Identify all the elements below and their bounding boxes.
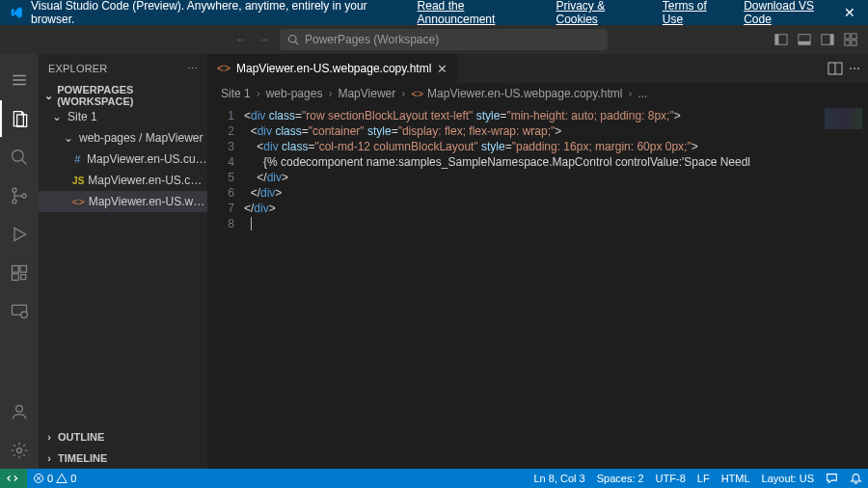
editor-body[interactable]: 12345678 <div class="row sectionBlockLay… bbox=[207, 104, 868, 469]
status-bar: 0 0 Ln 8, Col 3 Spaces: 2 UTF-8 LF HTML … bbox=[0, 469, 868, 488]
banner-link-download[interactable]: Download VS Code bbox=[744, 0, 841, 26]
timeline-label: TIMELINE bbox=[58, 452, 107, 464]
vscode-logo-icon bbox=[10, 6, 23, 19]
line-number-gutter: 12345678 bbox=[207, 104, 244, 469]
layout-primary-sidebar-icon[interactable] bbox=[772, 30, 791, 49]
encoding-status[interactable]: UTF-8 bbox=[650, 469, 692, 488]
warning-icon bbox=[56, 473, 68, 484]
tree-label: Site 1 bbox=[68, 110, 97, 123]
search-activity-icon[interactable] bbox=[0, 139, 39, 176]
sidebar-title-text: EXPLORER bbox=[48, 63, 108, 74]
svg-point-14 bbox=[13, 188, 16, 192]
sidebar-more-icon[interactable]: ⋯ bbox=[187, 63, 198, 75]
tree-folder-mapviewer[interactable]: ⌄ web-pages / MapViewer bbox=[39, 127, 207, 149]
error-count: 0 bbox=[47, 473, 53, 484]
accounts-icon[interactable] bbox=[0, 393, 39, 430]
svg-rect-19 bbox=[13, 274, 19, 281]
tree-file-webpage[interactable]: <> MapViewer.en-US.webpag... bbox=[39, 191, 207, 212]
run-debug-icon[interactable] bbox=[0, 216, 39, 253]
minimap[interactable] bbox=[822, 104, 868, 469]
extensions-icon[interactable] bbox=[0, 255, 39, 291]
layout-panel-icon[interactable] bbox=[795, 30, 814, 49]
banner-link-terms[interactable]: Terms of Use bbox=[663, 0, 728, 26]
breadcrumb-item[interactable]: ... bbox=[637, 87, 647, 100]
svg-point-22 bbox=[21, 312, 28, 318]
editor-tabs: <> MapViewer.en-US.webpage.copy.html ✕ ⋯ bbox=[207, 54, 868, 83]
command-center-search[interactable]: PowerPages (Workspace) bbox=[280, 29, 608, 50]
error-icon bbox=[33, 473, 44, 484]
search-icon bbox=[287, 34, 299, 45]
svg-rect-8 bbox=[845, 34, 850, 39]
close-tab-icon[interactable]: ✕ bbox=[437, 62, 448, 76]
svg-line-13 bbox=[22, 160, 27, 165]
js-file-icon: JS bbox=[72, 176, 84, 186]
svg-rect-20 bbox=[21, 275, 26, 280]
command-center-placeholder: PowerPages (Workspace) bbox=[305, 33, 439, 46]
notifications-bell-icon[interactable] bbox=[844, 469, 868, 488]
timeline-section-header[interactable]: › TIMELINE bbox=[39, 447, 207, 469]
indentation-status[interactable]: Spaces: 2 bbox=[591, 469, 650, 488]
language-mode[interactable]: HTML bbox=[716, 469, 756, 488]
layout-secondary-sidebar-icon[interactable] bbox=[818, 30, 837, 49]
outline-section-header[interactable]: › OUTLINE bbox=[39, 426, 207, 447]
breadcrumb-item[interactable]: MapViewer bbox=[338, 87, 395, 100]
layout-customize-icon[interactable] bbox=[841, 30, 860, 49]
svg-rect-10 bbox=[845, 41, 850, 45]
nav-forward-icon[interactable]: → bbox=[255, 30, 274, 49]
code-content[interactable]: <div class="row sectionBlockLayout text-… bbox=[244, 104, 822, 469]
svg-point-12 bbox=[13, 150, 24, 162]
svg-rect-17 bbox=[13, 266, 19, 273]
chevron-down-icon: ⌄ bbox=[62, 131, 75, 145]
editor-more-icon[interactable]: ⋯ bbox=[849, 62, 860, 75]
warning-count: 0 bbox=[70, 473, 76, 484]
tree-file-customjs[interactable]: JS MapViewer.en-US.customj... bbox=[39, 170, 207, 191]
chevron-right-icon: › bbox=[626, 87, 634, 100]
problems-status[interactable]: 0 0 bbox=[27, 469, 82, 488]
svg-rect-3 bbox=[775, 35, 779, 45]
breadcrumb-item[interactable]: web-pages bbox=[266, 87, 323, 100]
svg-point-16 bbox=[22, 194, 26, 198]
close-icon[interactable]: ✕ bbox=[842, 4, 858, 21]
settings-gear-icon[interactable] bbox=[0, 432, 39, 469]
svg-point-24 bbox=[17, 448, 22, 453]
tree-label: web-pages / MapViewer bbox=[79, 131, 203, 145]
breadcrumb-item[interactable]: Site 1 bbox=[221, 87, 251, 100]
chevron-right-icon: › bbox=[326, 87, 334, 100]
explorer-icon[interactable] bbox=[0, 100, 39, 137]
tree-label: MapViewer.en-US.webpag... bbox=[89, 195, 207, 208]
chevron-down-icon: ⌄ bbox=[50, 110, 64, 123]
menu-icon[interactable] bbox=[0, 62, 39, 98]
chevron-down-icon: ⌄ bbox=[42, 90, 55, 102]
chevron-right-icon: › bbox=[42, 452, 56, 464]
feedback-icon[interactable] bbox=[820, 469, 844, 488]
remote-indicator-icon[interactable] bbox=[0, 469, 27, 488]
breadcrumb[interactable]: Site 1 › web-pages › MapViewer › <> MapV… bbox=[207, 83, 868, 104]
banner-link-announcement[interactable]: Read the Announcement bbox=[418, 0, 541, 26]
svg-point-0 bbox=[289, 36, 297, 43]
keyboard-layout[interactable]: Layout: US bbox=[756, 469, 820, 488]
html-file-icon: <> bbox=[217, 62, 231, 75]
svg-rect-11 bbox=[852, 41, 856, 45]
banner-text: Visual Studio Code (Preview). Anywhere, … bbox=[31, 0, 402, 26]
tab-label: MapViewer.en-US.webpage.copy.html bbox=[236, 62, 431, 75]
cursor-position[interactable]: Ln 8, Col 3 bbox=[528, 469, 590, 488]
workspace-section-label: POWERPAGES (WORKSPACE) bbox=[57, 84, 203, 107]
workspace-section-header[interactable]: ⌄ POWERPAGES (WORKSPACE) bbox=[39, 85, 207, 106]
split-editor-icon[interactable] bbox=[827, 61, 843, 76]
tree-file-customcss[interactable]: # MapViewer.en-US.customc... bbox=[39, 149, 207, 170]
source-control-icon[interactable] bbox=[0, 177, 39, 214]
breadcrumb-item[interactable]: MapViewer.en-US.webpage.copy.html bbox=[427, 87, 622, 100]
svg-line-1 bbox=[295, 41, 298, 44]
svg-rect-7 bbox=[830, 35, 834, 45]
svg-point-15 bbox=[13, 200, 16, 203]
tree-folder-site[interactable]: ⌄ Site 1 bbox=[39, 106, 207, 127]
remote-explorer-icon[interactable] bbox=[0, 293, 39, 330]
command-bar: ← → PowerPages (Workspace) bbox=[0, 25, 868, 54]
nav-back-icon[interactable]: ← bbox=[231, 30, 251, 49]
chevron-right-icon: › bbox=[42, 431, 56, 443]
eol-status[interactable]: LF bbox=[692, 469, 716, 488]
editor-tab-active[interactable]: <> MapViewer.en-US.webpage.copy.html ✕ bbox=[207, 54, 458, 83]
explorer-sidebar: EXPLORER ⋯ ⌄ POWERPAGES (WORKSPACE) ⌄ Si… bbox=[39, 54, 207, 469]
banner-link-privacy[interactable]: Privacy & Cookies bbox=[556, 0, 647, 26]
editor-area: <> MapViewer.en-US.webpage.copy.html ✕ ⋯… bbox=[207, 54, 868, 469]
